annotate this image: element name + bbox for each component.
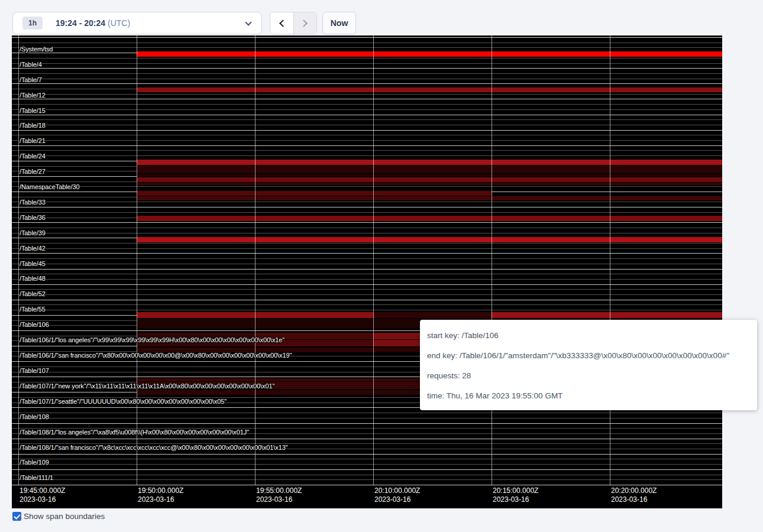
heat-band[interactable] <box>137 160 722 165</box>
time-axis-label: 20:15:00.000Z2023-03-16 <box>493 486 538 504</box>
heat-band[interactable] <box>137 191 492 196</box>
time-bucket-line <box>255 35 256 485</box>
time-axis-label: 19:50:00.000Z2023-03-16 <box>138 486 183 504</box>
span-boundary-line <box>12 73 722 74</box>
time-axis-time: 20:20:00.000Z <box>611 486 657 495</box>
row-key-label: /Table/24 <box>20 153 46 160</box>
time-bucket-line <box>137 35 137 485</box>
span-boundary-line <box>12 454 722 455</box>
heat-band[interactable] <box>137 174 722 177</box>
row-key-label: /Table/4 <box>20 61 42 68</box>
time-axis-time: 19:55:00.000Z <box>256 486 302 495</box>
row-key-label: /Table/21 <box>20 137 46 144</box>
span-boundary-line <box>12 94 722 95</box>
row-key-label: /Table/108 <box>20 413 49 420</box>
row-key-label: /Table/107/1/"new york"/"\x11\x11\x11\x1… <box>20 382 274 390</box>
span-boundary-line <box>12 253 722 254</box>
span-boundary-line <box>12 79 722 79</box>
row-key-label: /Table/106/1/"los angeles"/"\x99\x99\x99… <box>20 336 284 343</box>
time-axis-date: 2023-03-16 <box>374 495 420 504</box>
tooltip-requests: requests: 28 <box>427 366 750 386</box>
row-key-label: /Table/45 <box>20 260 46 267</box>
row-key-label: /Table/33 <box>20 199 46 206</box>
span-boundary-line <box>12 274 722 274</box>
prev-time-button[interactable] <box>270 12 293 34</box>
heat-band[interactable] <box>373 312 492 318</box>
heat-band[interactable] <box>137 51 722 57</box>
chevron-down-icon <box>245 19 251 25</box>
time-range-select[interactable]: 1h 19:24 - 20:24 (UTC) <box>12 12 262 34</box>
time-axis-date: 2023-03-16 <box>20 495 65 504</box>
time-nav-group <box>270 12 317 34</box>
row-key-label: /Table/39 <box>20 229 46 236</box>
row-key-label: /Table/48 <box>20 275 46 282</box>
next-time-button[interactable] <box>293 12 316 34</box>
tooltip-time: time: Thu, 16 Mar 2023 19:55:00 GMT <box>427 386 750 406</box>
hover-tooltip: start key: /Table/106 end key: /Table/10… <box>420 320 757 410</box>
span-boundary-line <box>12 464 722 465</box>
heat-band[interactable] <box>137 183 722 185</box>
show-span-boundaries-checkbox[interactable] <box>12 512 21 521</box>
time-axis-label: 20:20:00.000Z2023-03-16 <box>611 486 657 504</box>
span-boundary-line <box>12 58 722 59</box>
time-bucket-line <box>610 35 610 485</box>
span-boundary-line <box>12 202 722 202</box>
time-bucket-line <box>18 35 19 485</box>
span-boundary-line <box>12 207 722 207</box>
heat-band[interactable] <box>137 237 722 242</box>
heat-band[interactable] <box>137 177 722 182</box>
heat-band[interactable] <box>492 312 722 318</box>
span-boundary-line <box>12 125 722 125</box>
span-boundaries-control: Show span boundaries <box>12 512 105 521</box>
chevron-left-icon <box>279 20 287 27</box>
heat-band[interactable] <box>137 87 722 92</box>
row-key-label: /Table/106 <box>20 321 49 328</box>
span-boundary-line <box>12 485 722 485</box>
time-axis-date: 2023-03-16 <box>256 495 302 504</box>
key-visualizer-canvas[interactable]: /System/tsd/Table/4/Table/7/Table/12/Tab… <box>12 35 722 508</box>
span-boundary-line <box>12 284 722 285</box>
span-boundary-line <box>12 135 722 135</box>
span-boundary-line <box>12 418 722 419</box>
time-axis-label: 20:10:00.000Z2023-03-16 <box>374 486 420 504</box>
span-boundary-line <box>12 150 722 151</box>
time-axis-date: 2023-03-16 <box>611 495 657 504</box>
row-key-label: /Table/111/1 <box>20 474 53 481</box>
span-boundary-line <box>12 47 722 48</box>
span-boundary-line <box>12 83 722 84</box>
time-axis-date: 2023-03-16 <box>138 495 183 504</box>
tooltip-start-key: start key: /Table/106 <box>427 326 750 346</box>
heat-band[interactable] <box>137 216 722 221</box>
span-boundary-line <box>12 145 722 146</box>
time-window-badge: 1h <box>22 17 43 30</box>
span-boundary-line <box>12 300 722 300</box>
heat-band[interactable] <box>137 196 722 200</box>
row-key-label: /Table/106/1/"san francisco"/"\x80\x00\x… <box>20 352 292 359</box>
span-boundary-line <box>12 228 722 228</box>
row-key-label: /Table/109 <box>20 459 49 466</box>
heat-band[interactable] <box>137 166 722 173</box>
span-boundary-line <box>12 413 722 413</box>
span-boundary-line <box>12 186 722 187</box>
row-key-label: /Table/36 <box>20 214 46 221</box>
time-axis-time: 19:45:00.000Z <box>20 486 65 495</box>
span-boundary-line <box>12 212 722 213</box>
row-key-label: /Table/107 <box>20 367 49 374</box>
row-key-label: /Table/107/1/"seattle"/"UUUUUUD\x00\x80\… <box>20 398 227 405</box>
span-boundary-line <box>12 459 722 459</box>
span-boundary-line <box>12 109 722 110</box>
row-key-label: /Table/12 <box>20 92 46 99</box>
chevron-right-icon <box>300 20 308 27</box>
span-boundary-line <box>12 243 722 244</box>
time-axis-time: 20:10:00.000Z <box>374 486 420 495</box>
span-boundary-line <box>12 304 722 305</box>
show-span-boundaries-label: Show span boundaries <box>24 512 105 521</box>
span-boundary-line <box>12 469 722 470</box>
span-boundary-line <box>12 68 722 69</box>
time-range-text: 19:24 - 20:24 <box>56 18 105 28</box>
span-boundary-line <box>12 233 722 233</box>
now-button[interactable]: Now <box>322 12 356 34</box>
time-axis-label: 19:55:00.000Z2023-03-16 <box>256 486 302 504</box>
span-boundary-line <box>12 99 722 99</box>
row-key-label: /NamespaceTable/30 <box>20 183 80 190</box>
